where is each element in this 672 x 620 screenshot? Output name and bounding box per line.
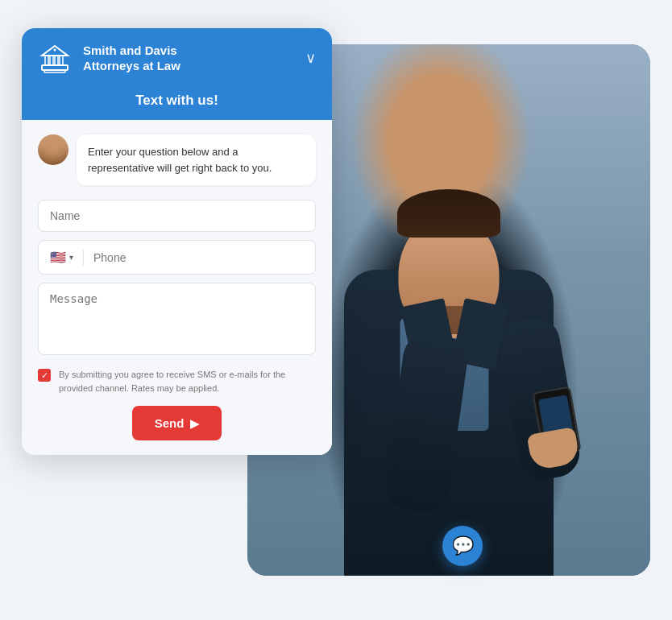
- phone-row: 🇺🇸 ▾: [38, 240, 316, 275]
- phone-divider: [83, 250, 84, 266]
- message-field-group: [38, 283, 316, 358]
- svg-rect-7: [44, 70, 65, 72]
- flag-caret-icon: ▾: [69, 253, 73, 262]
- send-button[interactable]: Send ▶: [132, 406, 222, 440]
- widget-body: Enter your question below and a represen…: [22, 120, 332, 455]
- send-arrow-icon: ▶: [190, 417, 199, 430]
- phone-field-group: 🇺🇸 ▾: [38, 240, 316, 275]
- message-input[interactable]: [38, 283, 316, 355]
- chat-bubble-icon: 💬: [452, 535, 474, 556]
- chat-widget: Smith and Davis Attorneys at Law ∨ Text …: [22, 28, 332, 455]
- phone-input[interactable]: [93, 242, 304, 273]
- scene: Smith and Davis Attorneys at Law ∨ Text …: [22, 20, 650, 600]
- subheader-text: Text with us!: [135, 93, 218, 108]
- message-text: Enter your question below and a represen…: [88, 146, 272, 174]
- svg-rect-0: [42, 65, 68, 70]
- consent-text: By submitting you agree to receive SMS o…: [59, 368, 316, 395]
- floating-chat-button[interactable]: 💬: [442, 526, 483, 566]
- flag-emoji: 🇺🇸: [50, 250, 66, 265]
- name-input[interactable]: [38, 200, 316, 232]
- chevron-down-icon[interactable]: ∨: [305, 49, 316, 67]
- svg-rect-1: [45, 56, 48, 65]
- svg-rect-4: [60, 56, 63, 65]
- avatar-image: [38, 134, 68, 165]
- svg-rect-3: [55, 56, 58, 65]
- name-field-group: [38, 200, 316, 232]
- checkbox-checked-icon: ✓: [38, 369, 51, 382]
- consent-row: ✓ By submitting you agree to receive SMS…: [38, 368, 316, 395]
- widget-header: Smith and Davis Attorneys at Law ∨: [22, 28, 332, 88]
- widget-subheader: Text with us!: [22, 88, 332, 120]
- message-row: Enter your question below and a represen…: [38, 134, 316, 185]
- svg-rect-2: [50, 56, 53, 65]
- message-bubble: Enter your question below and a represen…: [77, 134, 316, 185]
- firm-name: Smith and Davis Attorneys at Law: [83, 43, 294, 74]
- consent-checkbox[interactable]: ✓: [38, 369, 51, 382]
- svg-point-6: [54, 49, 56, 52]
- country-selector[interactable]: 🇺🇸 ▾: [50, 241, 73, 274]
- send-label: Send: [155, 416, 185, 430]
- avatar: [38, 134, 68, 165]
- courthouse-icon-container: [38, 41, 72, 75]
